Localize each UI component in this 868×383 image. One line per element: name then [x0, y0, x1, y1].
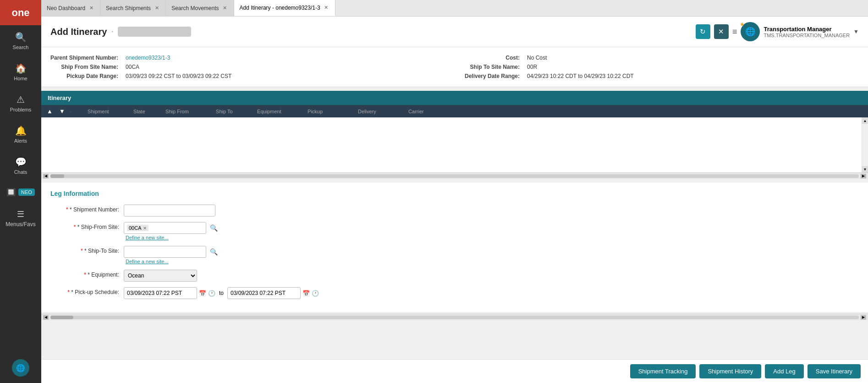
- warning-icon: ⚠: [16, 94, 25, 105]
- equipment-label: * * Equipment:: [50, 270, 124, 278]
- user-avatar: 🌐 ★: [741, 22, 760, 41]
- shipment-number-input[interactable]: [124, 205, 215, 216]
- search-icon: 🔍: [15, 32, 27, 43]
- pickup-schedule-label: * * Pick-up Schedule:: [50, 287, 124, 295]
- ship-to-site-label: * * Ship-To Site:: [50, 246, 124, 254]
- itinerary-toolbar: ▲ ▼ · Shipment State Ship From Ship To E…: [41, 105, 868, 117]
- bottom-bar: Shipment Tracking Shipment History Add L…: [41, 359, 868, 383]
- ship-to-tag-input[interactable]: [124, 246, 206, 258]
- user-avatar-sidebar[interactable]: 🌐: [0, 353, 41, 383]
- vertical-scrollbar[interactable]: ▲ ▼: [862, 117, 868, 172]
- tab-search-shipments[interactable]: Search Shipments ✕: [100, 0, 166, 16]
- refresh-button[interactable]: ↻: [696, 24, 710, 39]
- sidebar-item-alerts[interactable]: 🔔 Alerts: [0, 119, 41, 150]
- pickup-date-end-input[interactable]: [227, 287, 301, 299]
- close-button[interactable]: ✕: [714, 24, 729, 39]
- close-tab-search-shipments[interactable]: ✕: [154, 5, 160, 11]
- pickup-calendar-start-btn[interactable]: 📅: [199, 290, 206, 297]
- add-leg-button[interactable]: Add Leg: [765, 364, 803, 378]
- sidebar-bottom: 🌐: [0, 353, 41, 383]
- scroll-right-btn[interactable]: ▶: [861, 174, 866, 178]
- h-scroll-track: [50, 174, 859, 178]
- equipment-select[interactable]: Ocean Air Truck Rail: [124, 270, 197, 282]
- sidebar: one 🔍 Search 🏠 Home ⚠ Problems 🔔 Alerts …: [0, 0, 41, 383]
- app-logo[interactable]: one: [0, 0, 41, 25]
- itinerary-body: ▲ ▼: [41, 117, 868, 172]
- itinerary-section: Itinerary ▲ ▼ · Shipment State Ship From…: [41, 91, 868, 179]
- user-info: 🌐 ★ Transportation Manager TMS.TRANSPORT…: [741, 22, 859, 41]
- chevron-down-icon[interactable]: ▼: [853, 28, 859, 35]
- shipment-info-panel: Parent Shipment Number: onedemo9323/1-3 …: [41, 47, 868, 87]
- pickup-date-group: 📅 🕐 to 📅 🕐: [124, 287, 319, 299]
- ship-from-tag-input[interactable]: 00CA ✕: [124, 222, 206, 234]
- sidebar-item-problems[interactable]: ⚠ Problems: [0, 88, 41, 119]
- user-text: Transportation Manager TMS.TRANSPORTATIO…: [764, 26, 850, 38]
- info-grid: Parent Shipment Number: onedemo9323/1-3 …: [50, 55, 859, 79]
- sidebar-item-switch[interactable]: 🔲 NEO: [0, 181, 41, 203]
- chat-icon: 💬: [15, 156, 27, 167]
- user-globe-icon: 🌐: [745, 27, 755, 37]
- main-area: Neo Dashboard ✕ Search Shipments ✕ Searc…: [41, 0, 868, 383]
- sidebar-item-menus[interactable]: ☰ Menus/Favs: [0, 203, 41, 234]
- pickup-date-start-input[interactable]: [124, 287, 197, 299]
- bottom-scroll-right-btn[interactable]: ▶: [861, 315, 866, 320]
- ship-from-search-btn[interactable]: 🔍: [208, 224, 220, 232]
- tab-search-movements[interactable]: Search Movements ✕: [166, 0, 234, 16]
- sidebar-item-search[interactable]: 🔍 Search: [0, 25, 41, 56]
- ship-to-define-link[interactable]: Define a new site...: [126, 259, 220, 264]
- content-header: Add Itinerary · ↻ ✕ ≡ 🌐 ★ Transportation…: [41, 17, 868, 47]
- parent-shipment-link[interactable]: onedemo9323/1-3: [126, 55, 170, 61]
- tab-bar: Neo Dashboard ✕ Search Shipments ✕ Searc…: [41, 0, 868, 17]
- pickup-clock-end-btn[interactable]: 🕐: [312, 290, 319, 297]
- ship-from-site-label: * * Ship-From Site:: [50, 222, 124, 230]
- shipment-history-button[interactable]: Shipment History: [699, 364, 761, 378]
- home-icon: 🏠: [15, 63, 27, 74]
- leg-information-section: Leg Information * * Shipment Number: * *…: [41, 183, 868, 312]
- col-carrier: Carrier: [408, 109, 459, 114]
- h-scroll-thumb: [50, 174, 64, 178]
- menu-button[interactable]: ≡: [732, 27, 737, 37]
- col-state: State: [133, 109, 165, 114]
- col-ship-to: Ship To: [216, 109, 257, 114]
- bottom-scroll-left-btn[interactable]: ◀: [43, 315, 49, 320]
- sidebar-item-chats[interactable]: 💬 Chats: [0, 150, 41, 181]
- bell-icon: 🔔: [15, 125, 27, 136]
- title-blurred: [118, 27, 191, 37]
- ship-from-tag: 00CA ✕: [127, 225, 148, 231]
- close-tab-neo-dashboard[interactable]: ✕: [88, 5, 94, 11]
- ship-from-define-link[interactable]: Define a new site...: [126, 235, 220, 240]
- close-tab-add-itinerary[interactable]: ✕: [323, 5, 330, 11]
- shipment-tracking-button[interactable]: Shipment Tracking: [630, 364, 696, 378]
- shipment-number-label: * * Shipment Number:: [50, 205, 124, 213]
- tab-add-itinerary[interactable]: Add Itinerary - onedemo9323/1-3 ✕: [234, 0, 335, 16]
- close-tab-search-movements[interactable]: ✕: [222, 5, 228, 11]
- toolbar-down-btn[interactable]: ▼: [57, 107, 67, 116]
- scroll-up-btn[interactable]: ▲: [862, 117, 868, 124]
- ship-to-site-row: * * Ship-To Site: 🔍 Define a new site...: [50, 246, 859, 264]
- tab-neo-dashboard[interactable]: Neo Dashboard ✕: [41, 0, 100, 16]
- ship-from-site-row: * * Ship-From Site: 00CA ✕ 🔍 Define a ne…: [50, 222, 859, 240]
- scroll-down-btn[interactable]: ▼: [862, 166, 868, 172]
- bottom-horizontal-scrollbar[interactable]: ◀ ▶: [41, 314, 868, 320]
- col-shipment: Shipment: [88, 109, 133, 114]
- pickup-calendar-end-btn[interactable]: 📅: [302, 290, 310, 297]
- col-pickup: Pickup: [308, 109, 358, 114]
- page-title: Add Itinerary ·: [50, 27, 191, 37]
- save-itinerary-button[interactable]: Save Itinerary: [808, 364, 861, 378]
- globe-icon: 🌐: [16, 364, 25, 372]
- sidebar-item-home[interactable]: 🏠 Home: [0, 56, 41, 88]
- scroll-left-btn[interactable]: ◀: [43, 174, 49, 178]
- ship-to-search-btn[interactable]: 🔍: [208, 248, 220, 255]
- col-equipment: Equipment: [257, 109, 308, 114]
- pickup-schedule-row: * * Pick-up Schedule: 📅 🕐 to 📅 🕐: [50, 287, 859, 299]
- ship-from-tag-close[interactable]: ✕: [143, 226, 147, 231]
- equipment-row: * * Equipment: Ocean Air Truck Rail: [50, 270, 859, 282]
- horizontal-scrollbar[interactable]: ◀ ▶: [41, 172, 868, 179]
- content-wrapper: Parent Shipment Number: onedemo9323/1-3 …: [41, 47, 868, 359]
- leg-information-title: Leg Information: [50, 190, 859, 197]
- toolbar-up-btn[interactable]: ▲: [45, 107, 55, 116]
- col-delivery: Delivery: [358, 109, 408, 114]
- menus-icon: ☰: [17, 209, 24, 219]
- pickup-clock-start-btn[interactable]: 🕐: [208, 290, 215, 297]
- shipment-number-row: * * Shipment Number:: [50, 205, 859, 216]
